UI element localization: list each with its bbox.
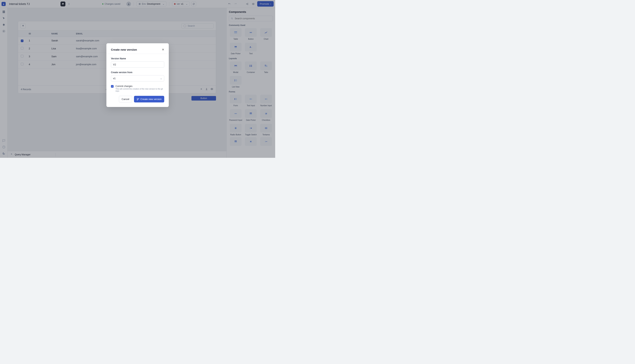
- commit-title: Commit changes: [116, 85, 164, 88]
- version-name-label: Version Name: [111, 57, 164, 60]
- modal-title: Create new version: [111, 48, 137, 51]
- modal-overlay[interactable]: Create new version ✕ Version Name Create…: [0, 0, 275, 158]
- version-name-input[interactable]: [111, 62, 164, 68]
- svg-point-67: [137, 100, 138, 100]
- create-button-label: Create new version: [140, 98, 162, 100]
- create-version-modal: Create new version ✕ Version Name Create…: [106, 43, 169, 107]
- svg-point-68: [138, 98, 139, 99]
- create-from-value: v1: [113, 77, 116, 80]
- svg-point-66: [137, 98, 138, 99]
- create-from-label: Create version from: [111, 71, 164, 74]
- close-icon[interactable]: ✕: [162, 48, 164, 52]
- cancel-button[interactable]: Cancel: [119, 96, 132, 102]
- create-from-select[interactable]: v1 ⌄: [111, 75, 164, 82]
- commit-description: This will commit the creation of the new…: [116, 88, 164, 92]
- chevron-down-icon: ⌄: [160, 77, 162, 80]
- git-branch-icon: [137, 98, 139, 100]
- create-version-button[interactable]: Create new version: [134, 96, 164, 102]
- commit-checkbox[interactable]: ✓: [111, 85, 114, 88]
